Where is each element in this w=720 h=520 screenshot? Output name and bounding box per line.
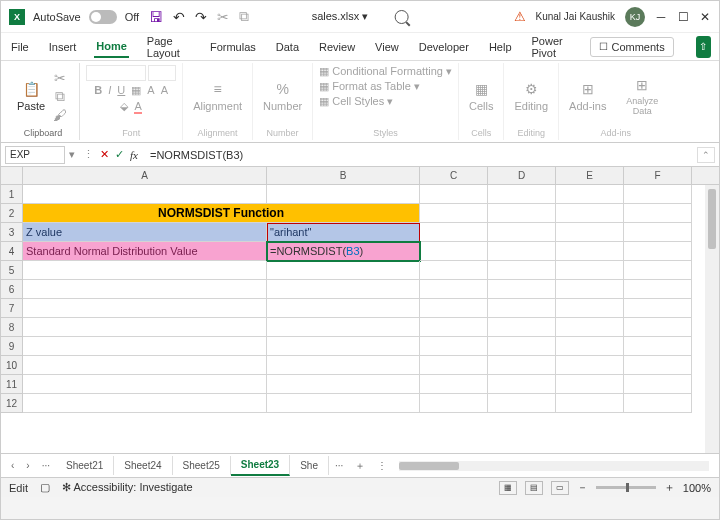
cell[interactable] [23, 337, 267, 356]
format-as-table-button[interactable]: ▦ Format as Table ▾ [319, 80, 420, 93]
cell[interactable] [624, 394, 692, 413]
row-header[interactable]: 11 [1, 375, 23, 394]
cell[interactable] [420, 261, 488, 280]
cell[interactable] [556, 185, 624, 204]
scrollbar-thumb[interactable] [708, 189, 716, 249]
vertical-scrollbar[interactable] [705, 185, 719, 453]
undo-icon[interactable]: ↶ [173, 9, 185, 25]
cell-B4[interactable]: =NORMSDIST(B3) [267, 242, 420, 261]
cell[interactable] [556, 280, 624, 299]
analyze-data-button[interactable]: ⊞Analyze Data [618, 74, 666, 118]
bold-button[interactable]: B [94, 84, 102, 97]
redo-icon[interactable]: ↷ [195, 9, 207, 25]
cell[interactable] [624, 337, 692, 356]
copy-icon[interactable]: ⧉ [239, 8, 249, 25]
sheet-tab[interactable]: She [290, 456, 329, 475]
tab-home[interactable]: Home [94, 36, 129, 58]
editing-button[interactable]: ⚙Editing [510, 78, 552, 114]
col-header-D[interactable]: D [488, 167, 556, 184]
name-box[interactable]: EXP [5, 146, 65, 164]
col-header-A[interactable]: A [23, 167, 267, 184]
cell[interactable] [23, 280, 267, 299]
row-header[interactable]: 4 [1, 242, 23, 261]
zoom-level[interactable]: 100% [683, 482, 711, 494]
cell[interactable] [556, 204, 624, 223]
cancel-formula-icon[interactable]: ✕ [100, 148, 109, 161]
addins-button[interactable]: ⊞Add-ins [565, 78, 610, 114]
cell[interactable] [488, 204, 556, 223]
sheet-tab[interactable]: Sheet21 [56, 456, 114, 475]
cell[interactable] [420, 185, 488, 204]
minimize-icon[interactable]: ─ [655, 11, 667, 23]
new-sheet-icon[interactable]: ＋ [349, 459, 371, 473]
row-header[interactable]: 8 [1, 318, 23, 337]
warning-icon[interactable]: ⚠ [514, 9, 526, 24]
record-macro-icon[interactable]: ▢ [40, 481, 50, 494]
sheet-tab[interactable]: Sheet24 [114, 456, 172, 475]
zoom-in-icon[interactable]: ＋ [664, 480, 675, 495]
cell-A3[interactable]: Z value [23, 223, 267, 242]
scrollbar-thumb[interactable] [399, 462, 459, 470]
cell[interactable] [556, 318, 624, 337]
cell[interactable] [420, 299, 488, 318]
number-button[interactable]: %Number [259, 78, 306, 114]
cell[interactable] [624, 280, 692, 299]
cell[interactable] [624, 356, 692, 375]
cell[interactable] [624, 223, 692, 242]
row-header[interactable]: 3 [1, 223, 23, 242]
cell[interactable] [624, 318, 692, 337]
cell-styles-button[interactable]: ▦ Cell Styles ▾ [319, 95, 393, 108]
row-header[interactable]: 9 [1, 337, 23, 356]
page-layout-view-icon[interactable]: ▤ [525, 481, 543, 495]
sheet-all-icon[interactable]: ··· [36, 460, 56, 471]
horizontal-scrollbar[interactable] [399, 461, 709, 471]
cell[interactable] [556, 375, 624, 394]
col-header-C[interactable]: C [420, 167, 488, 184]
cell[interactable] [23, 375, 267, 394]
cell[interactable] [488, 242, 556, 261]
spreadsheet-grid[interactable]: A B C D E F 1 2NORMSDIST Function 3Z val… [1, 167, 719, 453]
sheet-tab[interactable]: Sheet25 [173, 456, 231, 475]
sheet-more-icon[interactable]: ··· [329, 460, 349, 471]
cell[interactable] [624, 375, 692, 394]
share-button[interactable]: ⇧ [696, 36, 711, 58]
close-icon[interactable]: ✕ [699, 11, 711, 23]
tab-page-layout[interactable]: Page Layout [145, 31, 192, 63]
col-header-E[interactable]: E [556, 167, 624, 184]
fx-icon[interactable]: fx [130, 149, 138, 161]
cell-title[interactable]: NORMSDIST Function [23, 204, 420, 223]
zoom-out-icon[interactable]: － [577, 480, 588, 495]
font-color-icon[interactable]: A [134, 100, 141, 114]
cell[interactable] [23, 318, 267, 337]
save-icon[interactable]: 🖫 [149, 9, 163, 25]
cell[interactable] [488, 223, 556, 242]
cell[interactable] [23, 299, 267, 318]
cell[interactable] [556, 223, 624, 242]
cell[interactable] [420, 318, 488, 337]
zoom-slider[interactable] [596, 486, 656, 489]
row-header[interactable]: 2 [1, 204, 23, 223]
tab-insert[interactable]: Insert [47, 37, 79, 57]
col-header-B[interactable]: B [267, 167, 420, 184]
cell[interactable] [556, 261, 624, 280]
maximize-icon[interactable]: ☐ [677, 11, 689, 23]
accessibility-status[interactable]: ✻ Accessibility: Investigate [62, 481, 193, 494]
tab-help[interactable]: Help [487, 37, 514, 57]
tab-power-pivot[interactable]: Power Pivot [530, 31, 575, 63]
enter-formula-icon[interactable]: ✓ [115, 148, 124, 161]
tab-formulas[interactable]: Formulas [208, 37, 258, 57]
row-header[interactable]: 10 [1, 356, 23, 375]
cell[interactable] [488, 280, 556, 299]
cell[interactable] [267, 375, 420, 394]
row-header[interactable]: 5 [1, 261, 23, 280]
cell[interactable] [556, 356, 624, 375]
alignment-button[interactable]: ≡Alignment [189, 78, 246, 114]
cell[interactable] [267, 185, 420, 204]
cell[interactable] [420, 223, 488, 242]
cell-B3[interactable]: "arihant" [267, 223, 420, 242]
col-header-F[interactable]: F [624, 167, 692, 184]
cell[interactable] [488, 261, 556, 280]
search-icon[interactable] [394, 10, 408, 24]
cut-icon[interactable]: ✂ [217, 9, 229, 25]
cell[interactable] [23, 185, 267, 204]
